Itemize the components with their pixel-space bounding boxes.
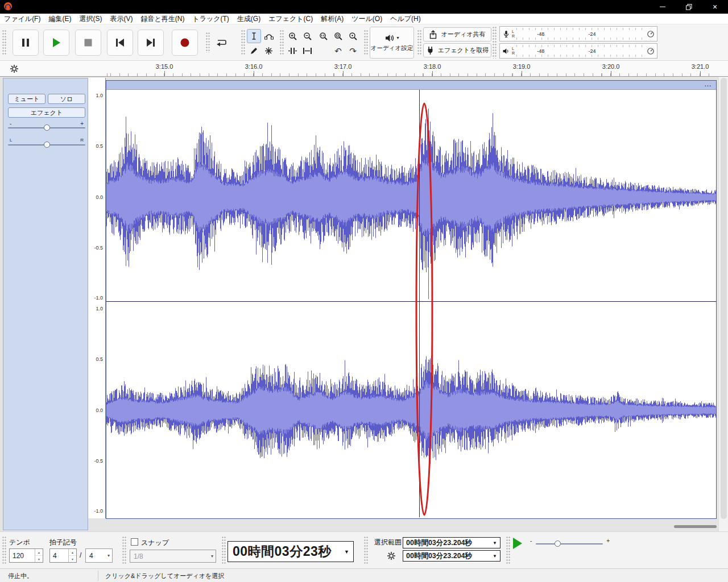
pan-slider-thumb[interactable] — [44, 142, 50, 148]
gain-slider-thumb[interactable] — [44, 124, 50, 131]
envelope-tool-button[interactable] — [262, 29, 276, 43]
minimize-button[interactable] — [650, 0, 676, 14]
menu-tracks[interactable]: トラック(T) — [188, 14, 233, 24]
draw-tool-button[interactable] — [247, 44, 261, 58]
timeline-ruler[interactable]: 3:15.0 3:16.0 3:17.0 3:18.0 3:19.0 3:20.… — [0, 61, 728, 77]
edit-toolbar-grip[interactable] — [280, 30, 284, 55]
share-audio-button[interactable]: オーディオ共有 — [423, 27, 491, 41]
snap-interval-select[interactable]: 1/8▾ — [130, 550, 216, 563]
waveform-canvas[interactable] — [106, 90, 716, 517]
loop-toolbar-grip[interactable] — [206, 32, 210, 53]
time-display-grip[interactable] — [222, 537, 226, 564]
silence-audio-icon — [303, 47, 312, 55]
record-button[interactable] — [172, 30, 198, 56]
silence-audio-button[interactable] — [300, 44, 315, 58]
snap-label: スナップ — [141, 538, 169, 548]
recording-meter[interactable]: LR -48 -24 — [499, 26, 657, 41]
menu-analyze[interactable]: 解析(A) — [317, 14, 348, 24]
microphone-icon — [502, 30, 510, 39]
zoom-to-selection-button[interactable] — [316, 29, 330, 43]
transport-toolbar-grip[interactable] — [2, 30, 6, 55]
stop-button[interactable] — [75, 30, 101, 56]
selection-end-field[interactable]: 00時間03分23.204秒 ▼ — [403, 550, 500, 562]
play-speed-slider-thumb[interactable] — [555, 541, 561, 547]
pause-button[interactable] — [13, 30, 39, 56]
fit-project-button[interactable] — [331, 29, 345, 43]
play-at-speed-grip[interactable] — [506, 537, 510, 564]
selection-toolbar-grip[interactable] — [364, 537, 368, 564]
play-button[interactable] — [43, 30, 69, 56]
meter-right-label: R — [512, 51, 515, 56]
menu-generate[interactable]: 生成(G) — [233, 14, 264, 24]
menu-effect[interactable]: エフェクト(C) — [264, 14, 317, 24]
restore-button[interactable] — [676, 0, 702, 14]
selection-start-field[interactable]: 00時間03分23.204秒 ▼ — [403, 537, 500, 548]
playback-meter-scale: -48 -24 — [516, 44, 645, 58]
horizontal-scrollbar-thumb[interactable] — [674, 525, 717, 528]
selection-range-label: 選択範囲 — [374, 538, 402, 547]
timeline-tick: 3:16.0 — [237, 63, 271, 70]
selection-settings-gear-icon[interactable] — [387, 551, 396, 562]
menu-help[interactable]: ヘルプ(H) — [386, 14, 425, 24]
dropdown-icon[interactable]: ▼ — [493, 541, 500, 546]
snap-checkbox[interactable] — [131, 538, 138, 546]
clip-menu-button[interactable]: … — [704, 80, 712, 88]
menu-tools[interactable]: ツール(O) — [348, 14, 386, 24]
audio-setup-grip[interactable] — [364, 30, 368, 55]
menu-file[interactable]: ファイル(F) — [0, 14, 44, 24]
zoom-toggle-button[interactable] — [346, 29, 360, 43]
time-signature-numerator-input[interactable]: 4 ▲▼ — [49, 548, 77, 563]
clip-header[interactable]: … — [106, 81, 716, 90]
zoom-in-button[interactable] — [286, 29, 300, 43]
mute-button[interactable]: ミュート — [8, 94, 46, 104]
zoom-toggle-icon — [349, 32, 358, 41]
skip-to-end-button[interactable] — [138, 30, 164, 56]
redo-button[interactable]: ↷ — [346, 44, 360, 58]
pan-slider[interactable]: L R — [8, 138, 85, 150]
time-signature-denominator-select[interactable]: 4▾ — [85, 548, 113, 563]
play-speed-slider[interactable]: - + — [536, 537, 603, 549]
time-signature-separator: / — [80, 551, 81, 559]
tempo-spinner[interactable]: ▲▼ — [35, 549, 43, 562]
trim-audio-button[interactable] — [286, 44, 300, 58]
audio-setup-button[interactable]: ▾ オーディオ設定 — [370, 27, 414, 59]
playback-meter[interactable]: LR -48 -24 — [499, 43, 657, 59]
timeline-tick: 3:17.0 — [326, 63, 360, 70]
share-toolbar-grip[interactable] — [417, 30, 421, 55]
menu-transport[interactable]: 録音と再生(N) — [136, 14, 188, 24]
audacity-logo-icon — [3, 2, 13, 13]
vertical-scrollbar[interactable] — [718, 77, 728, 531]
play-at-speed-button[interactable] — [513, 538, 522, 549]
get-effects-button[interactable]: エフェクトを取得 — [423, 43, 491, 57]
tools-toolbar-grip[interactable] — [241, 30, 245, 55]
timeline-scale[interactable]: 3:15.0 3:16.0 3:17.0 3:18.0 3:19.0 3:20.… — [106, 61, 717, 76]
gain-slider[interactable]: - + — [8, 120, 85, 133]
effects-button[interactable]: エフェクト — [8, 107, 85, 118]
meter-gauge-icon — [647, 47, 655, 55]
time-toolbar-grip[interactable] — [2, 537, 6, 564]
zoom-out-button[interactable] — [300, 29, 315, 43]
selection-tool-button[interactable] — [247, 29, 261, 43]
snap-toolbar-grip[interactable] — [122, 537, 126, 564]
vertical-scrollbar-thumb[interactable] — [721, 78, 727, 519]
time-signature-spinner[interactable]: ▲▼ — [68, 549, 76, 562]
menu-edit[interactable]: 編集(E) — [44, 14, 75, 24]
menu-select[interactable]: 選択(S) — [75, 14, 106, 24]
skip-to-start-button[interactable] — [107, 30, 133, 56]
timeline-settings-gear-icon[interactable] — [10, 64, 19, 75]
menu-view[interactable]: 表示(V) — [106, 14, 136, 24]
close-button[interactable]: × — [702, 0, 728, 14]
undo-button[interactable]: ↶ — [331, 44, 345, 58]
dropdown-icon[interactable]: ▼ — [493, 554, 500, 559]
envelope-tool-icon — [264, 32, 274, 40]
multi-tool-button[interactable] — [262, 44, 276, 58]
audio-track[interactable]: … — [106, 80, 717, 519]
dropdown-icon[interactable]: ▼ — [344, 549, 353, 555]
zoom-out-icon — [303, 32, 312, 41]
meter-toolbar-grip[interactable] — [493, 27, 497, 59]
loop-button[interactable] — [212, 35, 231, 51]
amplitude-ruler[interactable]: 1.0 0.5 0.0 -0.5 -1.0 1.0 0.5 0.0 -0.5 -… — [88, 78, 106, 518]
tempo-input[interactable]: 120 ▲▼ — [9, 548, 43, 563]
solo-button[interactable]: ソロ — [48, 94, 85, 104]
audio-position-display[interactable]: 00時間03分23秒 ▼ — [228, 541, 354, 562]
